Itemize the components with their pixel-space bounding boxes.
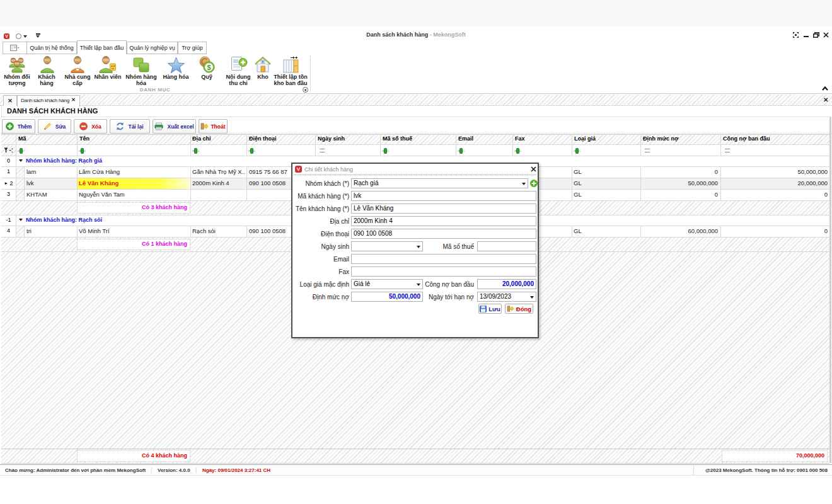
svg-text:$: $ [207,64,211,71]
